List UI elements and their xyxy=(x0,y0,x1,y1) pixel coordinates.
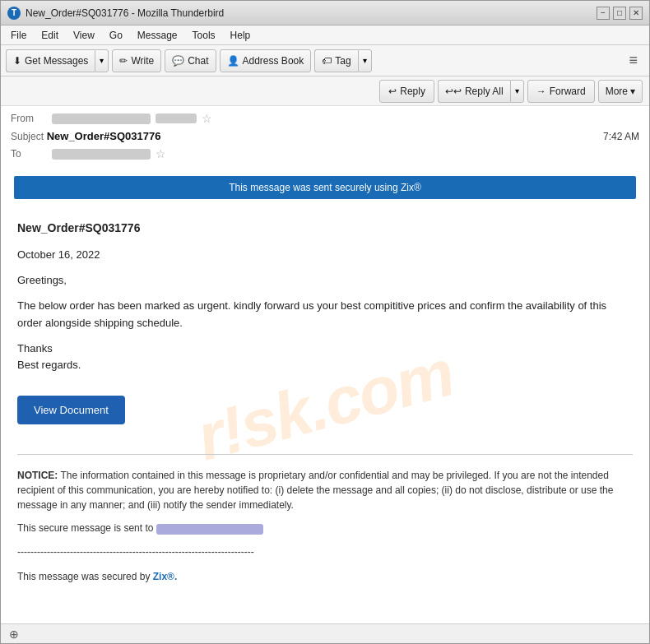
addressbook-icon: 👤 xyxy=(227,55,239,67)
download-icon: ⬇ xyxy=(13,55,21,67)
more-chevron-icon: ▾ xyxy=(630,86,635,97)
get-messages-button[interactable]: ⬇ Get Messages xyxy=(6,49,95,72)
chat-icon: 💬 xyxy=(172,55,184,67)
menu-file[interactable]: File xyxy=(4,28,33,43)
get-messages-arrow[interactable]: ▾ xyxy=(95,49,109,72)
minimize-button[interactable]: − xyxy=(597,7,610,20)
window-title: New_Order#SQ031776 - Mozilla Thunderbird xyxy=(26,7,224,19)
to-row: To ☆ xyxy=(11,145,639,163)
menu-help[interactable]: Help xyxy=(224,28,258,43)
menu-go[interactable]: Go xyxy=(103,28,129,43)
email-body-text: The below order has been marked as urgen… xyxy=(17,298,633,332)
email-header: From ☆ Subject New_Order#SQ031776 7:42 A… xyxy=(1,106,649,166)
menu-message[interactable]: Message xyxy=(131,28,184,43)
menu-tools[interactable]: Tools xyxy=(186,28,222,43)
reply-icon: ↩ xyxy=(388,86,397,97)
title-bar: T New_Order#SQ031776 - Mozilla Thunderbi… xyxy=(1,1,649,25)
title-bar-left: T New_Order#SQ031776 - Mozilla Thunderbi… xyxy=(7,7,224,20)
status-bar: ⊕ xyxy=(1,623,649,643)
email-inner: New_Order#SQ031776 October 16, 2022 Gree… xyxy=(17,219,633,585)
maximize-button[interactable]: □ xyxy=(613,7,626,20)
secure-sent-line: This secure message is sent to xyxy=(17,521,633,536)
reply-all-icon: ↩↩ xyxy=(445,86,462,97)
email-body: This message was sent securely using Zix… xyxy=(1,166,649,623)
to-star-icon[interactable]: ☆ xyxy=(156,147,166,160)
address-book-button[interactable]: 👤 Address Book xyxy=(220,49,312,72)
tag-icon: 🏷 xyxy=(322,55,332,67)
menu-edit[interactable]: Edit xyxy=(35,28,65,43)
forward-icon: → xyxy=(536,86,546,97)
tag-button[interactable]: 🏷 Tag xyxy=(314,49,357,72)
star-icon[interactable]: ☆ xyxy=(202,112,212,125)
from-value xyxy=(52,114,151,124)
app-icon: T xyxy=(7,7,21,20)
connection-icon: ⊕ xyxy=(9,628,19,641)
zix-banner: This message was sent securely using Zix… xyxy=(14,176,636,199)
dashes-line: ----------------------------------------… xyxy=(17,544,633,560)
tag-dropdown: 🏷 Tag ▾ xyxy=(314,49,371,72)
chat-button[interactable]: 💬 Chat xyxy=(165,49,216,72)
subject-value: New_Order#SQ031776 xyxy=(47,130,161,142)
from-row: From ☆ xyxy=(11,109,639,127)
reply-button[interactable]: ↩ Reply xyxy=(379,80,434,103)
order-id-heading: New_Order#SQ031776 xyxy=(17,219,633,237)
recipient-email-blurred xyxy=(156,524,263,535)
reply-all-button[interactable]: ↩↩ Reply All xyxy=(438,80,510,103)
email-date: October 16, 2022 xyxy=(17,247,633,264)
from-email-blurred xyxy=(156,114,197,123)
forward-button[interactable]: → Forward xyxy=(527,80,595,103)
email-thanks: Thanks Best regards. xyxy=(17,341,633,375)
subject-label: Subject xyxy=(11,131,44,142)
main-toolbar: ⬇ Get Messages ▾ ✏ Write 💬 Chat 👤 Addres… xyxy=(1,45,649,76)
divider xyxy=(17,454,633,455)
menu-view[interactable]: View xyxy=(67,28,101,43)
action-bar: ↩ Reply ↩↩ Reply All ▾ → Forward More ▾ xyxy=(1,76,649,106)
from-label: From xyxy=(11,113,52,124)
zix-link[interactable]: Zix®. xyxy=(153,571,178,582)
email-content: r!sk.com New_Order#SQ031776 October 16, … xyxy=(1,206,649,606)
menu-bar: File Edit View Go Message Tools Help xyxy=(1,25,649,45)
email-timestamp: 7:42 AM xyxy=(603,131,639,142)
pencil-icon: ✏ xyxy=(119,55,128,67)
more-button[interactable]: More ▾ xyxy=(598,80,643,103)
toolbar-menu-button[interactable]: ≡ xyxy=(622,49,644,72)
view-document-button[interactable]: View Document xyxy=(17,396,125,424)
reply-all-dropdown: ↩↩ Reply All ▾ xyxy=(438,80,524,103)
main-window: T New_Order#SQ031776 - Mozilla Thunderbi… xyxy=(0,0,650,644)
secured-by-line: This message was secured by Zix®. xyxy=(17,569,633,585)
write-button[interactable]: ✏ Write xyxy=(112,49,161,72)
get-messages-dropdown: ⬇ Get Messages ▾ xyxy=(6,49,109,72)
to-value xyxy=(52,149,151,160)
reply-all-arrow[interactable]: ▾ xyxy=(510,80,524,103)
window-controls: − □ ✕ xyxy=(597,7,643,20)
notice-text: NOTICE: The information contained in thi… xyxy=(17,468,633,512)
email-greeting: Greetings, xyxy=(17,272,633,290)
subject-row: Subject New_Order#SQ031776 7:42 AM xyxy=(11,127,639,145)
tag-arrow[interactable]: ▾ xyxy=(358,49,372,72)
close-button[interactable]: ✕ xyxy=(629,7,643,20)
to-label: To xyxy=(11,148,52,160)
